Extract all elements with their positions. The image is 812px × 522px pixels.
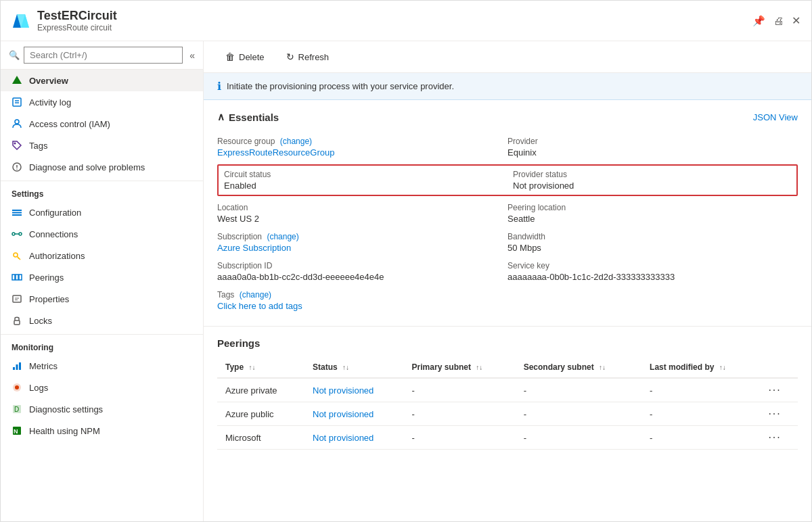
cell-modified-azure-private: - <box>641 378 760 402</box>
locks-icon <box>12 315 22 326</box>
refresh-icon: ↻ <box>286 51 294 62</box>
title-bar-actions: 📌 🖨 ✕ <box>752 14 800 27</box>
svg-point-32 <box>15 385 19 389</box>
sidebar-item-diagnostic-settings[interactable]: D Diagnostic settings <box>1 398 203 420</box>
sidebar-item-diagnose[interactable]: Diagnose and solve problems <box>1 156 203 178</box>
resource-group-change-link[interactable]: (change) <box>280 137 312 146</box>
bandwidth-item: Bandwidth 50 Mbps <box>508 228 798 257</box>
sort-icon-type[interactable]: ↑↓ <box>248 364 255 371</box>
sidebar-item-overview[interactable]: Overview <box>1 70 203 91</box>
health-npm-icon: N <box>12 425 22 436</box>
sidebar-item-authorizations[interactable]: Authorizations <box>1 245 203 266</box>
add-tags-link[interactable]: Click here to add tags <box>217 301 302 311</box>
column-header-status: Status ↑↓ <box>304 357 404 378</box>
status-highlight-box: Circuit status Enabled Provider status N… <box>217 164 798 196</box>
subscription-change-link[interactable]: (change) <box>267 232 298 241</box>
refresh-button[interactable]: ↻ Refresh <box>278 48 338 66</box>
print-icon[interactable]: 🖨 <box>773 15 784 26</box>
tags-link: Click here to add tags <box>217 301 508 311</box>
sidebar-item-properties[interactable]: Properties <box>1 288 203 310</box>
sidebar-label-configuration: Configuration <box>29 208 81 218</box>
diagnose-icon <box>12 162 22 172</box>
column-header-last-modified: Last modified by ↑↓ <box>641 357 760 378</box>
peerings-icon <box>12 272 22 283</box>
subscription-id-value: aaaa0a0a-bb1b-cc2c-dd3d-eeeeee4e4e4e <box>217 272 508 282</box>
authorizations-icon <box>12 250 22 261</box>
json-view-link[interactable]: JSON View <box>753 112 798 122</box>
sidebar-label-connections: Connections <box>29 229 78 239</box>
sidebar-item-access-control[interactable]: Access control (IAM) <box>1 113 203 135</box>
provider-status-label: Provider status <box>513 170 791 179</box>
column-header-primary-subnet: Primary subnet ↑↓ <box>404 357 516 378</box>
cell-primary-microsoft: - <box>404 426 516 450</box>
cell-primary-azure-private: - <box>404 378 516 402</box>
location-label: Location <box>217 203 508 212</box>
tags-item: Tags (change) Click here to add tags <box>217 286 508 315</box>
sidebar-item-logs[interactable]: Logs <box>1 377 203 398</box>
svg-rect-29 <box>16 364 18 370</box>
overview-icon <box>12 75 22 86</box>
pin-icon[interactable]: 📌 <box>752 15 765 27</box>
configuration-icon <box>12 207 22 218</box>
svg-rect-22 <box>16 275 18 280</box>
main-content: 🗑 Delete ↻ Refresh ℹ Initiate the provis… <box>204 41 811 521</box>
sidebar-item-configuration[interactable]: Configuration <box>1 201 203 223</box>
more-button-microsoft[interactable]: ··· <box>768 431 781 444</box>
search-input[interactable] <box>24 47 183 64</box>
sidebar-item-metrics[interactable]: Metrics <box>1 355 203 377</box>
cell-modified-azure-public: - <box>641 402 760 426</box>
sort-icon-secondary[interactable]: ↑↓ <box>599 364 606 371</box>
resource-group-link[interactable]: ExpressRouteResourceGroup <box>217 147 334 158</box>
tags-icon <box>12 140 22 151</box>
sidebar-label-metrics: Metrics <box>29 361 58 371</box>
provider-value: Equinix <box>508 147 798 158</box>
table-row: Azure public Not provisioned - - - ··· <box>217 402 798 426</box>
sort-icon-status[interactable]: ↑↓ <box>342 364 349 371</box>
table-row: Microsoft Not provisioned - - - ··· <box>217 426 798 450</box>
monitoring-section-label: Monitoring <box>1 334 203 355</box>
delete-button[interactable]: 🗑 Delete <box>217 48 273 66</box>
connections-icon <box>12 229 22 239</box>
location-item: Location West US 2 <box>217 199 508 228</box>
subscription-link[interactable]: Azure Subscription <box>217 243 291 253</box>
access-control-icon <box>12 118 22 129</box>
sidebar-label-access-control: Access control (IAM) <box>29 119 110 129</box>
sidebar-item-connections[interactable]: Connections <box>1 223 203 245</box>
svg-point-16 <box>12 233 15 235</box>
properties-icon <box>12 293 22 304</box>
service-key-value: aaaaaaaa-0b0b-1c1c-2d2d-333333333333 <box>508 272 798 282</box>
sidebar: 🔍 « Overview Activity log <box>1 41 204 521</box>
tags-label: Tags (change) <box>217 290 508 300</box>
title-bar-subtitle: ExpressRoute circuit <box>37 23 746 32</box>
search-icon: 🔍 <box>9 50 20 60</box>
sidebar-label-authorizations: Authorizations <box>29 251 85 261</box>
sidebar-item-peerings[interactable]: Peerings <box>1 266 203 288</box>
sidebar-item-activity-log[interactable]: Activity log <box>1 91 203 113</box>
tags-change-link[interactable]: (change) <box>240 290 271 300</box>
essentials-section: ∧ Essentials JSON View Resource group (c… <box>204 100 811 327</box>
title-bar-info: TestERCircuit ExpressRoute circuit <box>37 9 746 32</box>
cell-status-microsoft: Not provisioned <box>304 426 404 450</box>
close-button[interactable]: ✕ <box>792 14 800 27</box>
activity-log-icon <box>12 97 22 108</box>
svg-rect-13 <box>12 210 22 211</box>
sidebar-item-locks[interactable]: Locks <box>1 310 203 331</box>
cell-secondary-azure-public: - <box>516 402 641 426</box>
more-button-azure-public[interactable]: ··· <box>768 408 781 420</box>
peering-location-label: Peering location <box>508 203 798 212</box>
cell-secondary-microsoft: - <box>516 426 641 450</box>
title-bar-title: TestERCircuit <box>37 9 746 23</box>
sort-icon-primary[interactable]: ↑↓ <box>476 364 482 371</box>
sidebar-item-tags[interactable]: Tags <box>1 135 203 156</box>
cell-modified-microsoft: - <box>641 426 760 450</box>
info-banner-text: Initiate the provisioning process with y… <box>227 81 454 91</box>
more-button-azure-private[interactable]: ··· <box>768 384 781 396</box>
peerings-title: Peerings <box>217 337 798 349</box>
collapse-icon[interactable]: ∧ <box>217 111 225 123</box>
collapse-button[interactable]: « <box>189 50 195 61</box>
svg-rect-14 <box>12 212 22 214</box>
sidebar-item-health-npm[interactable]: N Health using NPM <box>1 420 203 442</box>
svg-rect-5 <box>13 98 21 106</box>
sidebar-label-properties: Properties <box>29 294 69 304</box>
sort-icon-last-modified[interactable]: ↑↓ <box>719 364 726 371</box>
